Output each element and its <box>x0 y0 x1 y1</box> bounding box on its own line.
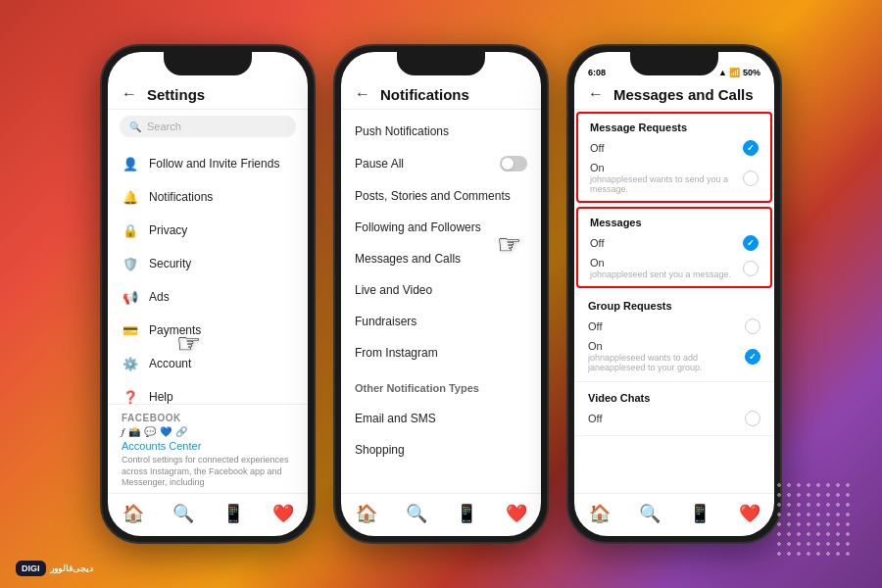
menu-notifications-label: Notifications <box>149 190 213 204</box>
msg-off-radio[interactable] <box>743 235 759 251</box>
payments-icon: 💳 <box>122 321 139 339</box>
search-icon: 🔍 <box>129 122 141 132</box>
notif-live[interactable]: Live and Video <box>341 274 541 306</box>
msg-on-sub: johnappleseed sent you a message. <box>590 270 731 279</box>
msg-req-on-radio[interactable] <box>743 171 759 186</box>
msg-on-label: On <box>590 257 731 269</box>
msg-off-label: Off <box>590 237 604 249</box>
messenger-icon: 💙 <box>160 426 172 437</box>
menu-follow-label: Follow and Invite Friends <box>149 157 279 171</box>
notif-shopping[interactable]: Shopping <box>341 434 541 466</box>
video-off-radio[interactable] <box>745 411 760 426</box>
nav-header-1: ← Settings <box>108 79 308 110</box>
video-off-label: Off <box>588 413 602 424</box>
whatsapp-icon: 💬 <box>144 426 156 437</box>
nav-heart-3[interactable]: ❤️ <box>739 503 760 524</box>
notif-posts[interactable]: Posts, Stories and Comments <box>341 180 541 212</box>
nav-home-1[interactable]: 🏠 <box>122 503 144 524</box>
notif-following-label: Following and Followers <box>355 220 481 234</box>
menu-payments[interactable]: 💳 Payments <box>108 314 308 347</box>
group-req-on-label: On <box>588 340 745 352</box>
accounts-center-link[interactable]: Accounts Center <box>122 440 294 452</box>
group-req-off[interactable]: Off <box>588 316 760 337</box>
bottom-nav-3: 🏠 🔍 📱 ❤️ <box>574 493 774 536</box>
msg-on[interactable]: On johnappleseed sent you a message. <box>590 254 759 282</box>
video-chats-section: Video Chats Off <box>574 382 774 436</box>
menu-help-label: Help <box>149 390 173 404</box>
nav-header-3: ← Messages and Calls <box>574 79 774 110</box>
phone2: ← Notifications Push Notifications Pause… <box>333 44 549 544</box>
fb-social-icons: 𝑓 📸 💬 💙 🔗 <box>122 426 294 438</box>
notifications-icon: 🔔 <box>122 188 139 206</box>
bottom-nav-1: 🏠 🔍 📱 ❤️ <box>108 493 308 536</box>
nav-search-1[interactable]: 🔍 <box>172 503 194 524</box>
notch3 <box>630 52 718 75</box>
security-icon: 🛡️ <box>122 255 139 272</box>
nav-heart-2[interactable]: ❤️ <box>506 503 527 524</box>
account-icon: ⚙️ <box>122 355 139 372</box>
group-requests-section: Group Requests Off On johnappleseed want… <box>574 290 774 382</box>
video-off[interactable]: Off <box>588 408 760 429</box>
msg-req-off-radio[interactable] <box>743 140 759 156</box>
menu-security[interactable]: 🛡️ Security <box>108 247 308 280</box>
notif-pause[interactable]: Pause All <box>341 147 541 180</box>
nav-heart-1[interactable]: ❤️ <box>272 503 294 524</box>
notif-messages[interactable]: Messages and Calls <box>341 243 541 274</box>
nav-reels-3[interactable]: 📱 <box>689 503 710 524</box>
group-req-title: Group Requests <box>588 296 760 312</box>
msg-req-off-label: Off <box>590 142 604 154</box>
search-bar[interactable]: 🔍 Search <box>120 116 296 137</box>
nav-home-2[interactable]: 🏠 <box>356 503 377 524</box>
facebook-icon: 𝑓 <box>122 426 124 438</box>
privacy-icon: 🔒 <box>122 221 139 239</box>
msg-req-on[interactable]: On johnappleseed wants to send you a mes… <box>590 159 759 197</box>
bottom-nav-2: 🏠 🔍 📱 ❤️ <box>341 493 541 536</box>
page-title-2: Notifications <box>380 86 469 103</box>
menu-ads[interactable]: 📢 Ads <box>108 280 308 314</box>
watermark-logo-text: DIGI <box>22 564 40 573</box>
notif-fundraisers[interactable]: Fundraisers <box>341 306 541 337</box>
notif-following[interactable]: Following and Followers <box>341 212 541 243</box>
notif-email-sms[interactable]: Email and SMS <box>341 403 541 434</box>
nav-reels-1[interactable]: 📱 <box>222 503 244 524</box>
back-arrow-3[interactable]: ← <box>588 85 604 103</box>
msg-on-radio[interactable] <box>743 261 759 276</box>
msg-req-on-label: On <box>590 162 743 173</box>
msg-req-off[interactable]: Off <box>590 137 759 159</box>
notif-posts-label: Posts, Stories and Comments <box>355 189 511 203</box>
notif-fundraisers-label: Fundraisers <box>355 315 416 328</box>
nav-reels-2[interactable]: 📱 <box>456 503 477 524</box>
menu-follow[interactable]: 👤 Follow and Invite Friends <box>108 147 308 180</box>
time-3: 6:08 <box>588 68 606 77</box>
notch1 <box>164 52 252 75</box>
menu-notifications[interactable]: 🔔 Notifications <box>108 180 308 214</box>
nav-search-3[interactable]: 🔍 <box>639 503 661 524</box>
menu-account-label: Account <box>149 357 191 370</box>
menu-payments-label: Payments <box>149 323 201 337</box>
msg-off[interactable]: Off <box>590 232 759 254</box>
menu-help[interactable]: ❓ Help <box>108 380 308 404</box>
back-arrow-2[interactable]: ← <box>355 85 370 103</box>
nav-home-3[interactable]: 🏠 <box>589 503 611 524</box>
phone3: 6:08 ▲ 📶 50% ← Messages and Calls Messag… <box>566 44 782 544</box>
menu-account[interactable]: ⚙️ Account <box>108 347 308 380</box>
notch2 <box>397 52 485 75</box>
notif-other-label: Other Notification Types <box>355 382 479 394</box>
group-req-on-radio[interactable] <box>745 349 760 365</box>
notif-live-label: Live and Video <box>355 283 432 297</box>
fb-header: FACEBOOK <box>122 413 294 423</box>
messages-calls-screen: Message Requests Off On johnappleseed wa… <box>574 110 774 493</box>
group-req-on[interactable]: On johnappleseed wants to add janeapples… <box>588 337 760 375</box>
notif-email-label: Email and SMS <box>355 412 436 425</box>
nav-header-2: ← Notifications <box>341 79 541 110</box>
pause-toggle[interactable] <box>500 156 527 172</box>
notif-from-instagram[interactable]: From Instagram <box>341 337 541 368</box>
facebook-section: FACEBOOK 𝑓 📸 💬 💙 🔗 Accounts Center Contr… <box>108 404 308 493</box>
group-req-off-radio[interactable] <box>745 318 760 334</box>
nav-search-2[interactable]: 🔍 <box>406 503 427 524</box>
menu-privacy-label: Privacy <box>149 223 187 237</box>
menu-privacy[interactable]: 🔒 Privacy <box>108 214 308 247</box>
back-arrow-1[interactable]: ← <box>122 85 137 103</box>
notif-other-types[interactable]: Other Notification Types <box>341 368 541 403</box>
notif-push[interactable]: Push Notifications <box>341 116 541 147</box>
